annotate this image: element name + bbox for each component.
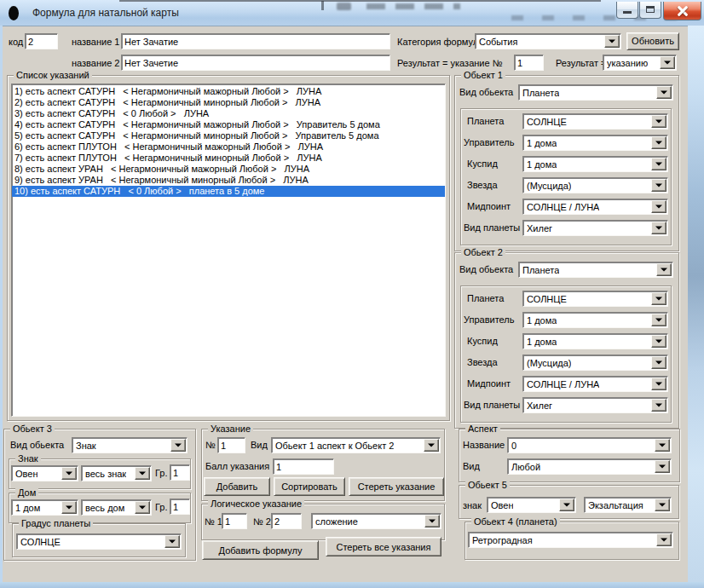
logic-operation-value: сложение bbox=[315, 516, 358, 527]
list-item[interactable]: 4) есть аспект САТУРН < Негармоничный ма… bbox=[12, 119, 445, 130]
aspect-group-label: Аспект bbox=[465, 424, 500, 435]
dropdown-arrow-icon[interactable] bbox=[656, 263, 672, 276]
dropdown-arrow-icon[interactable] bbox=[135, 501, 150, 514]
dropdown-arrow-icon[interactable] bbox=[651, 222, 666, 234]
logic-n2-input[interactable] bbox=[271, 513, 302, 529]
window-frame-left bbox=[0, 26, 3, 582]
name2-input[interactable] bbox=[121, 55, 390, 71]
code-input[interactable] bbox=[25, 33, 58, 49]
delete-instruction-button[interactable]: Стереть указание bbox=[349, 477, 444, 496]
aspect-name-value: 0 bbox=[511, 441, 516, 451]
list-item[interactable]: 5) есть аспект САТУРН < Негармоничный ми… bbox=[12, 130, 445, 141]
list-item[interactable]: 7) есть аспект ПЛУТОН < Негармоничный ми… bbox=[12, 153, 445, 164]
degree-combobox[interactable]: СОЛНЦЕ bbox=[16, 533, 182, 550]
dropdown-arrow-icon[interactable] bbox=[655, 460, 670, 473]
list-item[interactable]: 1) есть аспект САТУРН < Негармоничный ма… bbox=[12, 86, 445, 97]
object1-planetkind-combobox[interactable]: Хилег bbox=[522, 220, 668, 236]
dropdown-arrow-icon[interactable] bbox=[424, 439, 439, 452]
instruction-kind-combobox[interactable]: Обьект 1 аспект к Обьект 2 bbox=[271, 437, 441, 453]
logic-operation-combobox[interactable]: сложение bbox=[311, 513, 441, 529]
dropdown-arrow-icon[interactable] bbox=[559, 499, 574, 511]
object1-star-combobox[interactable]: (Мусцида) bbox=[522, 177, 668, 193]
object1-cusp-combobox[interactable]: 1 дома bbox=[522, 156, 668, 172]
logic-n1-label: № 1 bbox=[205, 516, 222, 527]
house-combobox[interactable]: 1 дом bbox=[11, 499, 78, 516]
sign-mode-combobox[interactable]: весь знак bbox=[81, 465, 152, 481]
instruction-score-input[interactable] bbox=[273, 458, 334, 475]
aspect-kind-combobox[interactable]: Любой bbox=[507, 458, 672, 475]
dropdown-arrow-icon[interactable] bbox=[61, 467, 77, 480]
add-formula-button[interactable]: Добавить формулу bbox=[202, 540, 319, 560]
result-label: Результат = bbox=[556, 58, 607, 69]
object2-cusp-label: Куспид bbox=[467, 336, 498, 347]
dropdown-arrow-icon[interactable] bbox=[164, 535, 180, 548]
add-instruction-button[interactable]: Добавить bbox=[204, 477, 270, 496]
list-item[interactable]: 8) есть аспект УРАН < Негармоничный мажо… bbox=[12, 164, 445, 175]
object5-state-combobox[interactable]: Экзальтация bbox=[584, 497, 672, 513]
logic-n1-input[interactable] bbox=[222, 513, 247, 529]
dropdown-arrow-icon[interactable] bbox=[61, 501, 77, 514]
window-icon[interactable] bbox=[9, 6, 19, 20]
dropdown-arrow-icon[interactable] bbox=[651, 378, 666, 390]
list-item[interactable]: 3) есть аспект САТУРН < 0 Любой > ЛУНА bbox=[12, 108, 445, 119]
clear-all-button[interactable]: Стереть все указания bbox=[326, 537, 441, 556]
object2-cusp-combobox[interactable]: 1 дома bbox=[522, 333, 668, 349]
dropdown-arrow-icon[interactable] bbox=[660, 56, 675, 69]
object1-cusp-value: 1 дома bbox=[527, 159, 557, 170]
object2-planetkind-combobox[interactable]: Хилег bbox=[522, 397, 668, 413]
object2-planet-combobox[interactable]: СОЛНЦЕ bbox=[522, 291, 668, 307]
aspect-name-combobox[interactable]: 0 bbox=[507, 437, 672, 453]
dropdown-arrow-icon[interactable] bbox=[651, 136, 666, 149]
category-combobox[interactable]: События bbox=[475, 33, 621, 49]
list-item[interactable]: 6) есть аспект ПЛУТОН < Негармоничный ма… bbox=[12, 141, 445, 153]
instruction-num-input[interactable] bbox=[217, 437, 245, 453]
dropdown-arrow-icon[interactable] bbox=[651, 200, 666, 213]
object2-ruler-combobox[interactable]: 1 дома bbox=[522, 312, 668, 328]
refresh-button[interactable]: Обновить bbox=[626, 32, 679, 50]
dropdown-arrow-icon[interactable] bbox=[651, 356, 666, 369]
object1-ruler-combobox[interactable]: 1 дома bbox=[522, 135, 668, 151]
code-label: код bbox=[9, 37, 23, 48]
sort-button[interactable]: Сортировать bbox=[274, 477, 345, 496]
dropdown-arrow-icon[interactable] bbox=[135, 467, 150, 480]
house-gr-input[interactable] bbox=[170, 499, 190, 515]
object2-group-label: Обьект 2 bbox=[461, 247, 505, 258]
name1-input[interactable] bbox=[121, 33, 390, 49]
object1-planet-value: СОЛНЦЕ bbox=[527, 117, 567, 127]
dropdown-arrow-icon[interactable] bbox=[604, 35, 620, 48]
object1-kind-combobox[interactable]: Планета bbox=[518, 84, 673, 101]
aspect-kind-label: Вид bbox=[463, 461, 480, 472]
dropdown-arrow-icon[interactable] bbox=[655, 499, 670, 511]
object2-star-combobox[interactable]: (Мусцида) bbox=[522, 355, 668, 371]
list-item[interactable]: 2) есть аспект САТУРН < Негармоничный ми… bbox=[12, 97, 445, 108]
dropdown-arrow-icon[interactable] bbox=[651, 115, 666, 128]
object5-sign-combobox[interactable]: Овен bbox=[487, 497, 576, 513]
dropdown-arrow-icon[interactable] bbox=[651, 335, 666, 348]
object2-midpoint-combobox[interactable]: СОЛНЦЕ / ЛУНА bbox=[522, 376, 668, 392]
dropdown-arrow-icon[interactable] bbox=[651, 292, 666, 305]
object3-kind-combobox[interactable]: Знак bbox=[72, 437, 188, 453]
object4-combobox[interactable]: Ретроградная bbox=[468, 532, 673, 548]
minimize-button[interactable] bbox=[616, 2, 638, 19]
result-combobox[interactable]: указанию bbox=[603, 55, 677, 71]
object1-midpoint-combobox[interactable]: СОЛНЦЕ / ЛУНА bbox=[522, 199, 668, 215]
close-button[interactable] bbox=[663, 2, 701, 20]
dropdown-arrow-icon[interactable] bbox=[651, 314, 666, 326]
sign-combobox[interactable]: Овен bbox=[11, 465, 78, 481]
dropdown-arrow-icon[interactable] bbox=[651, 179, 666, 192]
dropdown-arrow-icon[interactable] bbox=[170, 439, 186, 452]
house-mode-combobox[interactable]: весь дом bbox=[81, 499, 152, 516]
dropdown-arrow-icon[interactable] bbox=[424, 515, 440, 527]
result-instruction-input[interactable] bbox=[514, 55, 544, 71]
list-item[interactable]: 9) есть аспект УРАН < Негармоничный мино… bbox=[12, 175, 445, 186]
object1-planet-combobox[interactable]: СОЛНЦЕ bbox=[522, 113, 668, 130]
sign-gr-input[interactable] bbox=[170, 464, 190, 481]
dropdown-arrow-icon[interactable] bbox=[651, 399, 666, 412]
dropdown-arrow-icon[interactable] bbox=[651, 158, 666, 170]
dropdown-arrow-icon[interactable] bbox=[655, 439, 670, 452]
object2-kind-combobox[interactable]: Планета bbox=[518, 262, 673, 278]
dropdown-arrow-icon[interactable] bbox=[656, 86, 672, 99]
dropdown-arrow-icon[interactable] bbox=[656, 533, 672, 546]
list-item-selected[interactable]: 10) есть аспект САТУРН < 0 Любой > плане… bbox=[12, 186, 445, 197]
maximize-button[interactable] bbox=[639, 2, 661, 19]
